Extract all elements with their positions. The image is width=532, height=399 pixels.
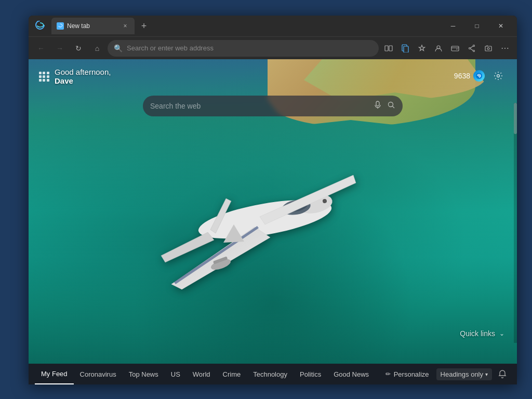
svg-point-9: [473, 50, 475, 51]
rewards-score: 9638: [454, 72, 470, 80]
home-button[interactable]: ⌂: [89, 40, 105, 57]
news-cat-politics[interactable]: Politics: [294, 364, 327, 384]
rewards-badge[interactable]: 9638: [454, 70, 485, 82]
svg-point-8: [473, 45, 475, 46]
back-button[interactable]: ←: [33, 40, 49, 57]
notification-button[interactable]: [494, 366, 511, 382]
news-cat-coronavirus[interactable]: Coronavirus: [74, 364, 123, 384]
headings-only-label: Headings only: [441, 370, 483, 378]
svg-rect-2: [389, 46, 392, 51]
news-categories: My Feed Coronavirus Top News US World Cr…: [35, 364, 380, 384]
news-cat-my-feed[interactable]: My Feed: [35, 364, 74, 384]
title-bar: New tab × + ─ □ ✕: [29, 16, 517, 36]
immersive-reader-icon[interactable]: [381, 41, 396, 56]
new-tab-button[interactable]: +: [137, 19, 151, 33]
news-cat-good-news[interactable]: Good News: [327, 364, 375, 384]
pencil-icon: ✏: [385, 370, 391, 378]
browser-window: New tab × + ─ □ ✕ ← → ↻ ⌂ 🔍: [29, 16, 517, 384]
news-cat-technology[interactable]: Technology: [247, 364, 294, 384]
microphone-icon[interactable]: [374, 101, 382, 111]
greeting-line2: Dave: [55, 76, 111, 85]
svg-point-10: [469, 47, 471, 49]
collections-icon[interactable]: [397, 41, 413, 56]
settings-button[interactable]: [490, 68, 507, 84]
scroll-track: [514, 103, 517, 343]
svg-point-23: [478, 75, 480, 77]
tab-title: New tab: [67, 22, 118, 30]
quick-links-label: Quick links: [460, 329, 495, 338]
share-icon[interactable]: [464, 41, 480, 56]
quick-links-area[interactable]: Quick links ⌄: [460, 329, 504, 338]
more-options-button[interactable]: ⋯: [497, 41, 513, 56]
news-cat-crime[interactable]: Crime: [217, 364, 247, 384]
greeting-line1: Good afternoon,: [55, 68, 111, 76]
minimize-button[interactable]: ─: [441, 18, 465, 34]
forward-button[interactable]: →: [51, 40, 68, 57]
rewards-icon: [473, 70, 485, 82]
svg-rect-25: [376, 101, 379, 106]
svg-line-12: [471, 48, 473, 50]
greeting-area: Good afternoon, Dave: [39, 68, 111, 85]
tab-close-button[interactable]: ×: [121, 22, 129, 30]
personalize-button[interactable]: ✏ Personalize: [380, 368, 434, 380]
edge-logo-icon: [33, 19, 47, 33]
main-content: Good afternoon, Dave 9638: [29, 59, 517, 364]
svg-line-28: [393, 107, 395, 109]
svg-point-24: [497, 75, 500, 77]
svg-point-14: [487, 47, 489, 49]
profile-icon[interactable]: [431, 41, 446, 56]
svg-rect-1: [385, 46, 388, 51]
news-right-controls: ✏ Personalize Headings only ▾: [380, 366, 511, 382]
close-button[interactable]: ✕: [489, 18, 513, 34]
svg-point-7: [457, 48, 458, 49]
address-bar: ← → ↻ ⌂ 🔍: [29, 36, 517, 59]
search-area: Search the web: [29, 96, 517, 116]
news-cat-world[interactable]: World: [187, 364, 217, 384]
svg-rect-4: [404, 46, 408, 52]
apps-grid-icon[interactable]: [39, 72, 49, 82]
personalize-label: Personalize: [394, 370, 429, 378]
scroll-thumb[interactable]: [514, 103, 517, 134]
search-placeholder-text: Search the web: [150, 102, 368, 110]
refresh-button[interactable]: ↻: [70, 40, 87, 57]
newtab-header: Good afternoon, Dave 9638: [29, 59, 517, 85]
newtab-overlay: Good afternoon, Dave 9638: [29, 59, 517, 364]
headings-only-select[interactable]: Headings only ▾: [436, 368, 492, 380]
news-bar: My Feed Coronavirus Top News US World Cr…: [29, 364, 517, 384]
toolbar-icons: ⋯: [381, 41, 513, 56]
favorites-icon[interactable]: [414, 41, 430, 56]
svg-point-27: [389, 102, 393, 107]
url-input[interactable]: [127, 44, 373, 52]
quick-links-chevron-icon[interactable]: ⌄: [499, 330, 504, 337]
news-cat-us[interactable]: US: [165, 364, 187, 384]
hero-background: Good afternoon, Dave 9638: [29, 59, 517, 364]
maximize-button[interactable]: □: [465, 18, 489, 34]
url-bar[interactable]: 🔍: [108, 40, 379, 57]
news-cat-top-news[interactable]: Top News: [123, 364, 165, 384]
tab-favicon-icon: [57, 22, 64, 30]
screenshot-icon[interactable]: [481, 41, 496, 56]
window-controls: ─ □ ✕: [441, 18, 513, 34]
desktop-background: New tab × + ─ □ ✕ ← → ↻ ⌂ 🔍: [0, 0, 532, 399]
svg-rect-13: [485, 46, 491, 51]
wallet-icon[interactable]: [447, 41, 463, 56]
search-icon[interactable]: [387, 101, 395, 111]
search-box[interactable]: Search the web: [143, 96, 403, 116]
browser-tab[interactable]: New tab ×: [51, 18, 135, 34]
svg-rect-6: [451, 46, 459, 51]
greeting-text: Good afternoon, Dave: [55, 68, 111, 85]
url-search-icon: 🔍: [114, 44, 123, 52]
svg-line-11: [471, 46, 473, 47]
headings-chevron-icon: ▾: [485, 371, 488, 377]
header-right: 9638: [454, 68, 507, 84]
